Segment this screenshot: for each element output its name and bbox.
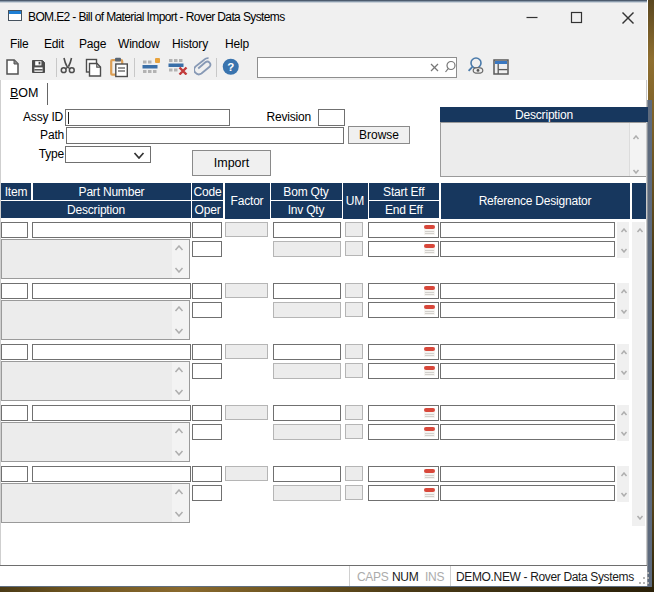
- svg-text:?: ?: [227, 61, 234, 73]
